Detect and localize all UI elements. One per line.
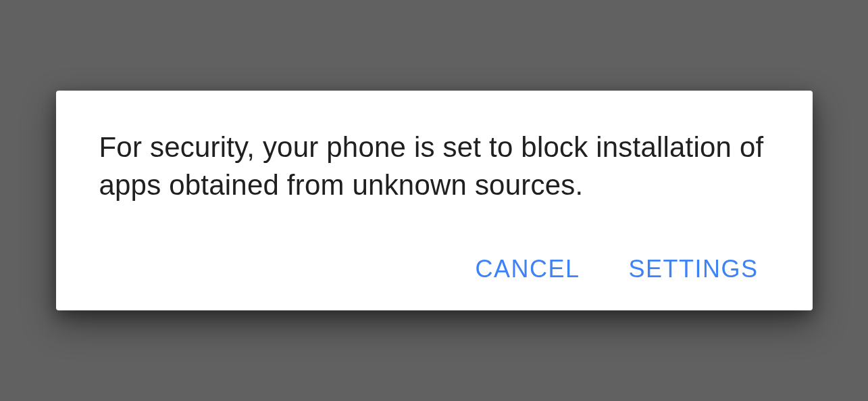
dialog-actions: CANCEL SETTINGS	[99, 252, 769, 286]
security-dialog: For security, your phone is set to block…	[56, 91, 813, 310]
settings-button[interactable]: SETTINGS	[623, 252, 763, 286]
dialog-message: For security, your phone is set to block…	[99, 128, 769, 204]
cancel-button[interactable]: CANCEL	[469, 252, 585, 286]
